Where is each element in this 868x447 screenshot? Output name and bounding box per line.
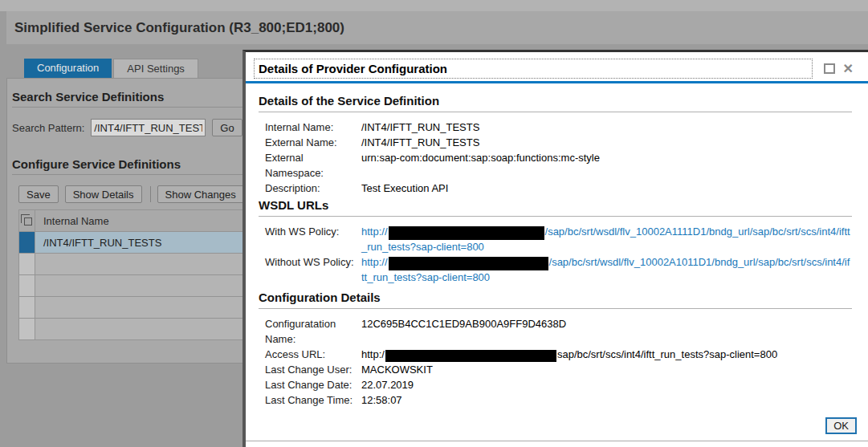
detail-row: Description: Test Execution API: [259, 181, 852, 196]
detail-row: Last Change Date: 22.07.2019: [259, 377, 852, 392]
page-top-strip: [0, 0, 868, 11]
wsdl-urls-section: WSDL URLs With WS Policy: http:///sap/bc…: [259, 198, 852, 285]
row-selector-cell[interactable]: [19, 232, 35, 253]
page-title: Simplified Service Configuration (R3_800…: [14, 20, 344, 36]
dialog-window-controls: ✕: [824, 63, 854, 75]
show-details-button[interactable]: Show Details: [65, 185, 142, 203]
redacted-host-bar: [389, 257, 548, 270]
detail-value: /INT4/IFTT_RUN_TESTS: [361, 120, 479, 135]
detail-label: Last Change Time:: [265, 392, 361, 408]
detail-label: With WS Policy:: [265, 224, 361, 254]
save-button[interactable]: Save: [18, 185, 59, 203]
tab-api-settings[interactable]: API Settings: [113, 59, 198, 78]
dialog-title-row: Details of Provider Configuration ✕: [254, 59, 854, 79]
url-prefix: http://: [361, 226, 388, 238]
url-suffix: sap/bc/srt/scs/int4/iftt_run_tests?sap-c…: [557, 348, 777, 360]
detail-label: Configuratation Name:: [265, 316, 361, 347]
wsdl-urls-heading: WSDL URLs: [259, 198, 852, 217]
url-prefix: http:/: [361, 348, 385, 360]
detail-row: Configuratation Name: 12C695B4CC1C1ED9AB…: [259, 316, 852, 347]
url-prefix: http://: [361, 256, 388, 268]
access-url-value: http:/sap/bc/srt/scs/int4/iftt_run_tests…: [361, 347, 777, 362]
search-row: Search Pattern: Go: [12, 119, 242, 136]
detail-label: Last Change Date:: [265, 377, 361, 392]
detail-label: External Namespace:: [265, 150, 361, 181]
detail-label: Internal Name:: [265, 120, 361, 135]
configuration-details-section: Configuration Details Configuratation Na…: [259, 291, 852, 408]
ok-button[interactable]: OK: [825, 417, 857, 434]
search-pattern-input[interactable]: [91, 119, 206, 136]
maximize-icon[interactable]: [824, 63, 835, 74]
dialog-footer-line: [246, 441, 868, 441]
detail-value: /INT4/IFTT_RUN_TESTS: [361, 135, 479, 150]
detail-label: Description:: [265, 181, 361, 196]
wsdl-row: With WS Policy: http:///sap/bc/srt/wsdl/…: [259, 224, 852, 254]
redacted-host-bar: [385, 350, 556, 362]
redacted-host-bar: [389, 226, 544, 240]
detail-row: Internal Name: /INT4/IFTT_RUN_TESTS: [259, 120, 852, 135]
close-icon[interactable]: ✕: [843, 63, 854, 75]
detail-value: urn:sap-com:document:sap:soap:functions:…: [361, 150, 600, 181]
detail-row: Last Change User: MACKOWSKIT: [259, 362, 852, 377]
select-all-icon: [24, 217, 32, 226]
detail-row: Last Change Time: 12:58:07: [259, 392, 852, 408]
service-definition-heading: Details of the Service Definition: [259, 94, 852, 112]
wsdl-link-with-policy[interactable]: http:///sap/bc/srt/wsdl/flv_10002A1111D1…: [361, 224, 852, 254]
detail-row: External Namespace: urn:sap-com:document…: [259, 150, 852, 181]
detail-value: MACKOWSKIT: [361, 362, 433, 377]
dialog-title-rule: [246, 81, 868, 83]
row-selector-cell[interactable]: [19, 297, 35, 318]
tab-strip: Configuration API Settings: [24, 59, 200, 78]
show-changes-button[interactable]: Show Changes: [157, 185, 244, 203]
detail-value: 12C695B4CC1C1ED9AB900A9FF9D4638D: [361, 316, 566, 347]
detail-value: Test Execution API: [361, 181, 448, 196]
detail-label: Access URL:: [265, 347, 361, 362]
service-definition-section: Details of the Service Definition Intern…: [259, 94, 852, 196]
app-title-bar: Simplified Service Configuration (R3_800…: [6, 11, 868, 44]
wsdl-row: Without WS Policy: http:///sap/bc/srt/ws…: [259, 254, 852, 285]
detail-value: 22.07.2019: [361, 377, 414, 392]
provider-configuration-dialog: Details of Provider Configuration ✕ Deta…: [242, 50, 868, 447]
toolbar-separator: [150, 186, 151, 202]
row-selector-cell[interactable]: [19, 275, 35, 296]
search-pattern-label: Search Pattern:: [12, 122, 84, 134]
detail-row: External Name: /INT4/IFTT_RUN_TESTS: [259, 135, 852, 150]
go-button[interactable]: Go: [212, 119, 242, 136]
detail-label: External Name:: [265, 135, 361, 150]
configuration-details-heading: Configuration Details: [259, 291, 852, 309]
select-all-cell[interactable]: [19, 210, 35, 231]
detail-label: Without WS Policy:: [265, 254, 361, 285]
wsdl-link-without-policy[interactable]: http:///sap/bc/srt/wsdl/flv_10002A1011D1…: [361, 254, 852, 285]
detail-label: Last Change User:: [265, 362, 361, 377]
dialog-title: Details of Provider Configuration: [254, 59, 813, 79]
row-selector-cell[interactable]: [19, 254, 35, 274]
tab-configuration[interactable]: Configuration: [24, 59, 112, 78]
detail-row: Access URL: http:/sap/bc/srt/scs/int4/if…: [259, 347, 852, 362]
row-selector-cell[interactable]: [19, 319, 35, 339]
detail-value: 12:58:07: [361, 392, 402, 408]
